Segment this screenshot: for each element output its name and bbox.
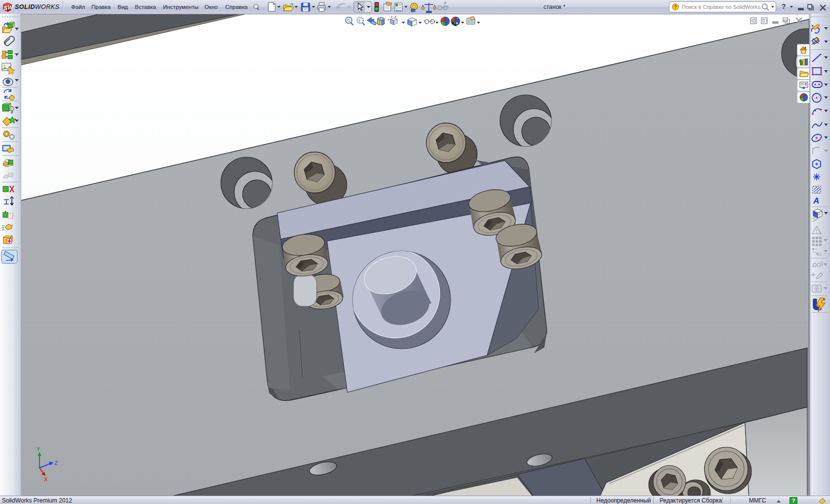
svg-text:!: ! xyxy=(359,18,360,23)
svg-text:Z: Z xyxy=(54,460,58,466)
svg-text:X: X xyxy=(44,476,48,482)
svg-text:W: W xyxy=(8,4,14,10)
svg-text:Y: Y xyxy=(37,446,41,452)
svg-text:?: ? xyxy=(674,4,677,10)
svg-text:A: A xyxy=(813,196,819,206)
svg-text:S: S xyxy=(4,5,8,11)
